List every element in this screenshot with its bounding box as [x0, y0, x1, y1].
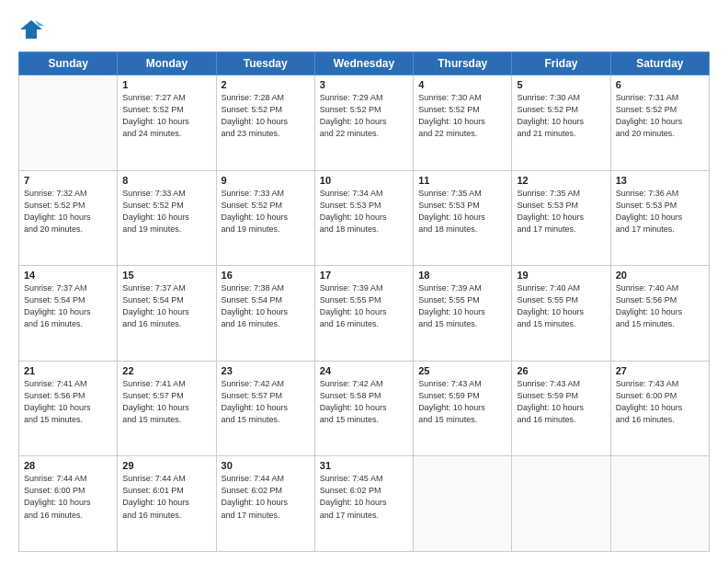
- day-number: 1: [122, 79, 210, 90]
- day-number: 15: [122, 270, 210, 281]
- day-info: Sunrise: 7:36 AM Sunset: 5:53 PM Dayligh…: [616, 188, 704, 236]
- calendar-cell: [414, 456, 512, 552]
- calendar-cell: 28Sunrise: 7:44 AM Sunset: 6:00 PM Dayli…: [19, 456, 118, 552]
- weekday-header-row: SundayMondayTuesdayWednesdayThursdayFrid…: [19, 52, 710, 75]
- calendar-cell: 13Sunrise: 7:36 AM Sunset: 5:53 PM Dayli…: [610, 170, 709, 266]
- day-info: Sunrise: 7:41 AM Sunset: 5:56 PM Dayligh…: [24, 378, 112, 426]
- day-info: Sunrise: 7:34 AM Sunset: 5:53 PM Dayligh…: [320, 188, 408, 236]
- day-number: 4: [418, 79, 506, 90]
- day-info: Sunrise: 7:31 AM Sunset: 5:52 PM Dayligh…: [616, 92, 704, 140]
- day-info: Sunrise: 7:28 AM Sunset: 5:52 PM Dayligh…: [222, 92, 310, 140]
- calendar-cell: 10Sunrise: 7:34 AM Sunset: 5:53 PM Dayli…: [314, 170, 413, 266]
- day-info: Sunrise: 7:35 AM Sunset: 5:53 PM Dayligh…: [517, 188, 605, 236]
- logo: [18, 17, 48, 42]
- calendar-cell: 11Sunrise: 7:35 AM Sunset: 5:53 PM Dayli…: [414, 170, 512, 266]
- day-info: Sunrise: 7:43 AM Sunset: 6:00 PM Dayligh…: [616, 378, 704, 426]
- calendar-cell: 3Sunrise: 7:29 AM Sunset: 5:52 PM Daylig…: [314, 75, 413, 171]
- day-number: 11: [418, 175, 506, 186]
- day-info: Sunrise: 7:39 AM Sunset: 5:55 PM Dayligh…: [418, 282, 506, 330]
- calendar-cell: 15Sunrise: 7:37 AM Sunset: 5:54 PM Dayli…: [118, 266, 216, 362]
- calendar-cell: [512, 456, 610, 552]
- weekday-header-friday: Friday: [512, 52, 610, 75]
- calendar-cell: 27Sunrise: 7:43 AM Sunset: 6:00 PM Dayli…: [610, 361, 709, 456]
- day-number: 23: [222, 365, 310, 376]
- day-info: Sunrise: 7:37 AM Sunset: 5:54 PM Dayligh…: [122, 282, 210, 330]
- day-info: Sunrise: 7:42 AM Sunset: 5:57 PM Dayligh…: [222, 378, 310, 426]
- calendar-cell: 7Sunrise: 7:32 AM Sunset: 5:52 PM Daylig…: [19, 170, 118, 266]
- day-number: 13: [616, 175, 704, 186]
- day-number: 17: [320, 270, 408, 281]
- calendar-week-row: 1Sunrise: 7:27 AM Sunset: 5:52 PM Daylig…: [19, 75, 710, 171]
- weekday-header-wednesday: Wednesday: [314, 52, 413, 75]
- day-number: 2: [222, 79, 310, 90]
- day-number: 14: [24, 270, 112, 281]
- day-info: Sunrise: 7:35 AM Sunset: 5:53 PM Dayligh…: [418, 188, 506, 236]
- calendar-cell: 23Sunrise: 7:42 AM Sunset: 5:57 PM Dayli…: [216, 361, 314, 456]
- day-info: Sunrise: 7:32 AM Sunset: 5:52 PM Dayligh…: [24, 188, 112, 236]
- day-number: 3: [320, 79, 408, 90]
- day-number: 7: [24, 175, 112, 186]
- day-number: 19: [517, 270, 605, 281]
- day-number: 27: [616, 365, 704, 376]
- day-info: Sunrise: 7:43 AM Sunset: 5:59 PM Dayligh…: [418, 378, 506, 426]
- calendar-cell: 24Sunrise: 7:42 AM Sunset: 5:58 PM Dayli…: [314, 361, 413, 456]
- calendar-cell: 8Sunrise: 7:33 AM Sunset: 5:52 PM Daylig…: [118, 170, 216, 266]
- calendar-cell: 26Sunrise: 7:43 AM Sunset: 5:59 PM Dayli…: [512, 361, 610, 456]
- calendar-week-row: 7Sunrise: 7:32 AM Sunset: 5:52 PM Daylig…: [19, 170, 710, 266]
- weekday-header-sunday: Sunday: [19, 52, 118, 75]
- calendar-cell: 14Sunrise: 7:37 AM Sunset: 5:54 PM Dayli…: [19, 266, 118, 362]
- calendar-cell: [19, 75, 118, 171]
- calendar-week-row: 14Sunrise: 7:37 AM Sunset: 5:54 PM Dayli…: [19, 266, 710, 362]
- day-number: 10: [320, 175, 408, 186]
- day-info: Sunrise: 7:43 AM Sunset: 5:59 PM Dayligh…: [517, 378, 605, 426]
- day-number: 6: [616, 79, 704, 90]
- day-number: 12: [517, 175, 605, 186]
- page: SundayMondayTuesdayWednesdayThursdayFrid…: [0, 0, 728, 563]
- day-info: Sunrise: 7:39 AM Sunset: 5:55 PM Dayligh…: [320, 282, 408, 330]
- calendar-week-row: 21Sunrise: 7:41 AM Sunset: 5:56 PM Dayli…: [19, 361, 710, 456]
- calendar-cell: 22Sunrise: 7:41 AM Sunset: 5:57 PM Dayli…: [118, 361, 216, 456]
- day-number: 5: [517, 79, 605, 90]
- day-number: 31: [320, 460, 408, 471]
- logo-icon: [18, 17, 44, 42]
- calendar-cell: 5Sunrise: 7:30 AM Sunset: 5:52 PM Daylig…: [512, 75, 610, 171]
- day-number: 26: [517, 365, 605, 376]
- day-number: 16: [222, 270, 310, 281]
- day-number: 20: [616, 270, 704, 281]
- calendar-cell: 9Sunrise: 7:33 AM Sunset: 5:52 PM Daylig…: [216, 170, 314, 266]
- day-info: Sunrise: 7:27 AM Sunset: 5:52 PM Dayligh…: [122, 92, 210, 140]
- day-info: Sunrise: 7:40 AM Sunset: 5:55 PM Dayligh…: [517, 282, 605, 330]
- day-info: Sunrise: 7:44 AM Sunset: 6:00 PM Dayligh…: [24, 473, 112, 521]
- header: [18, 17, 710, 42]
- calendar-cell: 20Sunrise: 7:40 AM Sunset: 5:56 PM Dayli…: [610, 266, 709, 362]
- calendar-cell: 19Sunrise: 7:40 AM Sunset: 5:55 PM Dayli…: [512, 266, 610, 362]
- weekday-header-tuesday: Tuesday: [216, 52, 314, 75]
- day-info: Sunrise: 7:42 AM Sunset: 5:58 PM Dayligh…: [320, 378, 408, 426]
- day-number: 21: [24, 365, 112, 376]
- day-number: 18: [418, 270, 506, 281]
- weekday-header-thursday: Thursday: [414, 52, 512, 75]
- calendar-cell: 25Sunrise: 7:43 AM Sunset: 5:59 PM Dayli…: [414, 361, 512, 456]
- day-info: Sunrise: 7:38 AM Sunset: 5:54 PM Dayligh…: [222, 282, 310, 330]
- weekday-header-saturday: Saturday: [610, 52, 709, 75]
- calendar-cell: 21Sunrise: 7:41 AM Sunset: 5:56 PM Dayli…: [19, 361, 118, 456]
- day-info: Sunrise: 7:44 AM Sunset: 6:02 PM Dayligh…: [222, 473, 310, 521]
- day-number: 28: [24, 460, 112, 471]
- calendar-cell: 6Sunrise: 7:31 AM Sunset: 5:52 PM Daylig…: [610, 75, 709, 171]
- calendar-cell: 30Sunrise: 7:44 AM Sunset: 6:02 PM Dayli…: [216, 456, 314, 552]
- calendar-cell: 2Sunrise: 7:28 AM Sunset: 5:52 PM Daylig…: [216, 75, 314, 171]
- day-info: Sunrise: 7:41 AM Sunset: 5:57 PM Dayligh…: [122, 378, 210, 426]
- day-info: Sunrise: 7:40 AM Sunset: 5:56 PM Dayligh…: [616, 282, 704, 330]
- weekday-header-monday: Monday: [118, 52, 216, 75]
- calendar-cell: 12Sunrise: 7:35 AM Sunset: 5:53 PM Dayli…: [512, 170, 610, 266]
- calendar-cell: 31Sunrise: 7:45 AM Sunset: 6:02 PM Dayli…: [314, 456, 413, 552]
- calendar-cell: 18Sunrise: 7:39 AM Sunset: 5:55 PM Dayli…: [414, 266, 512, 362]
- day-number: 25: [418, 365, 506, 376]
- day-info: Sunrise: 7:33 AM Sunset: 5:52 PM Dayligh…: [122, 188, 210, 236]
- calendar-cell: 16Sunrise: 7:38 AM Sunset: 5:54 PM Dayli…: [216, 266, 314, 362]
- day-info: Sunrise: 7:33 AM Sunset: 5:52 PM Dayligh…: [222, 188, 310, 236]
- day-info: Sunrise: 7:30 AM Sunset: 5:52 PM Dayligh…: [517, 92, 605, 140]
- day-number: 8: [122, 175, 210, 186]
- calendar-cell: 29Sunrise: 7:44 AM Sunset: 6:01 PM Dayli…: [118, 456, 216, 552]
- calendar-cell: 17Sunrise: 7:39 AM Sunset: 5:55 PM Dayli…: [314, 266, 413, 362]
